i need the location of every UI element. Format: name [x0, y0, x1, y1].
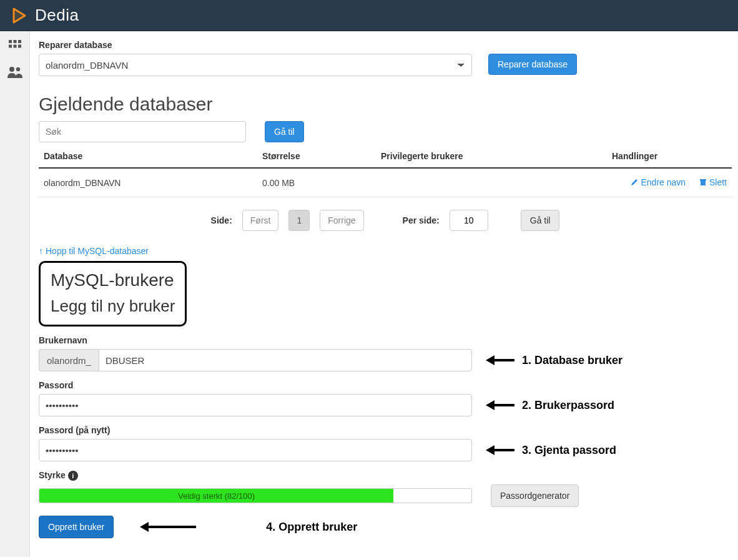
databases-table: Database Størrelse Privilegerte brukere … — [39, 145, 732, 197]
annotation-3: 3. Gjenta passord — [486, 444, 616, 457]
brand-logo: Dedia — [10, 6, 79, 25]
repair-label: Reparer database — [39, 40, 732, 50]
pagination: Side: Først 1 Forrige Per side: Gå til — [39, 210, 732, 231]
svg-rect-0 — [9, 40, 12, 43]
mysql-users-title: MySQL-brukere — [51, 270, 175, 290]
arrow-left-icon — [486, 399, 514, 411]
sidebar — [0, 31, 30, 557]
info-icon[interactable]: i — [68, 471, 78, 481]
username-input-group: olanordm_ — [39, 349, 472, 371]
repair-section: Reparer database olanordm_DBNAVN Reparer… — [39, 31, 732, 76]
col-actions: Handlinger — [607, 145, 732, 168]
strength-text: Veldig sterkt (82/100) — [39, 489, 393, 503]
svg-point-7 — [16, 67, 19, 71]
create-user-button[interactable]: Opprett bruker — [39, 516, 114, 538]
strength-label: Styrke i — [39, 470, 732, 481]
password-input[interactable] — [39, 394, 472, 416]
col-users: Privilegerte brukere — [376, 145, 607, 168]
db-users-cell — [376, 168, 607, 197]
strength-bar: Veldig sterkt (82/100) — [39, 488, 472, 503]
repair-button[interactable]: Reparer database — [488, 54, 577, 75]
svg-rect-9 — [700, 179, 706, 180]
username-label: Brukernavn — [39, 335, 732, 345]
goto-button-2[interactable]: Gå til — [521, 210, 560, 231]
svg-point-6 — [9, 67, 14, 72]
password-generator-button[interactable]: Passordgenerator — [491, 484, 579, 507]
delete-link[interactable]: Slett — [699, 177, 727, 187]
trash-icon — [699, 179, 707, 186]
password2-input[interactable] — [39, 439, 472, 461]
prev-page-button[interactable]: Forrige — [320, 210, 363, 231]
per-side-input[interactable] — [450, 210, 488, 231]
users-icon[interactable] — [7, 66, 23, 81]
col-size: Størrelse — [257, 145, 376, 168]
current-databases-title: Gjeldende databaser — [39, 94, 732, 115]
first-page-button[interactable]: Først — [242, 210, 279, 231]
annotation-1: 1. Database bruker — [486, 354, 622, 367]
arrow-up-icon: ↑ — [39, 246, 43, 256]
svg-rect-1 — [13, 40, 16, 43]
username-input[interactable] — [99, 349, 472, 371]
svg-rect-2 — [18, 40, 21, 43]
svg-rect-8 — [701, 180, 706, 185]
page-label: Side: — [211, 215, 232, 225]
annotation-4: 4. Opprett bruker — [140, 521, 357, 534]
pencil-icon — [631, 179, 638, 186]
svg-rect-3 — [9, 45, 12, 48]
search-input[interactable] — [39, 121, 246, 142]
svg-rect-4 — [13, 45, 16, 48]
annotation-2: 2. Brukerpassord — [486, 399, 614, 412]
arrow-left-icon — [486, 354, 514, 366]
db-name-cell: olanordm_DBNAVN — [39, 168, 257, 197]
callout-box: MySQL-brukere Legg til ny bruker — [39, 261, 187, 327]
password-label: Passord — [39, 380, 732, 390]
brand-text: Dedia — [35, 6, 79, 25]
svg-rect-5 — [18, 45, 21, 48]
table-row: olanordm_DBNAVN 0.00 MB Endre navn Slett — [39, 168, 732, 197]
per-side-label: Per side: — [403, 215, 440, 225]
arrow-left-icon — [486, 444, 514, 456]
password2-label: Passord (på nytt) — [39, 425, 732, 435]
logo-icon — [10, 6, 29, 25]
col-database: Database — [39, 145, 257, 168]
goto-button[interactable]: Gå til — [265, 121, 304, 142]
repair-select[interactable]: olanordm_DBNAVN — [39, 54, 472, 76]
username-prefix: olanordm_ — [39, 349, 99, 371]
apps-icon[interactable] — [7, 39, 22, 56]
db-size-cell: 0.00 MB — [257, 168, 376, 197]
jump-link[interactable]: ↑ Hopp til MySQL-databaser — [39, 246, 149, 256]
arrow-left-icon — [140, 521, 196, 533]
page-1-button[interactable]: 1 — [288, 210, 310, 231]
topbar: Dedia — [0, 0, 738, 31]
rename-link[interactable]: Endre navn — [631, 177, 686, 187]
add-user-subtitle: Legg til ny bruker — [51, 297, 175, 316]
